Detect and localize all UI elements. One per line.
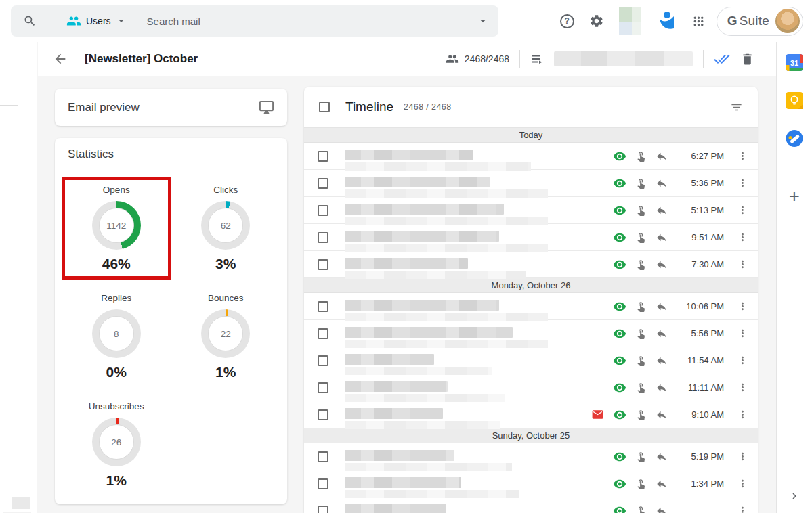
people-icon [66, 14, 81, 28]
add-addon-button[interactable]: + [789, 188, 800, 204]
row-menu-icon[interactable] [737, 259, 748, 270]
row-menu-icon[interactable] [737, 328, 748, 339]
stat-donut-chart: 1142 [92, 201, 141, 250]
redacted-recipient [345, 477, 519, 498]
row-checkbox[interactable] [318, 301, 328, 312]
open-tracking-icon [613, 258, 626, 271]
trash-icon[interactable] [740, 52, 754, 66]
search-scope-users[interactable]: Users [66, 14, 127, 28]
click-tracking-icon [635, 451, 647, 462]
row-menu-icon[interactable] [737, 204, 748, 216]
bounce-envelope-icon [591, 408, 604, 421]
stat-replies[interactable]: Replies80% [62, 285, 171, 388]
redacted-recipient [345, 258, 526, 279]
calendar-day-label: 31 [790, 59, 798, 67]
row-checkbox[interactable] [318, 205, 328, 216]
row-checkbox[interactable] [318, 382, 328, 393]
redacted-recipient [345, 327, 548, 348]
gmail-topbar: Users Search mail ? GSuite [0, 0, 812, 42]
stat-unsubscribes[interactable]: Unsubscribes261% [62, 393, 171, 496]
row-checkbox[interactable] [318, 506, 328, 513]
row-checkbox[interactable] [318, 151, 328, 162]
row-menu-icon[interactable] [737, 451, 748, 462]
row-menu-icon[interactable] [737, 505, 748, 513]
collapsed-left-nav [0, 42, 37, 513]
timeline-card: Timeline 2468 / 2468 Today6:27 PM5:36 PM… [304, 87, 758, 513]
apps-grid-icon[interactable] [691, 14, 706, 28]
row-time: 9:51 AM [682, 232, 724, 242]
row-checkbox[interactable] [318, 328, 328, 339]
stat-value: 1142 [106, 221, 126, 231]
people-icon [446, 52, 459, 66]
row-menu-icon[interactable] [737, 300, 748, 312]
open-tracking-icon [613, 231, 626, 244]
calendar-icon: 31 [786, 54, 803, 71]
reply-icon [656, 259, 668, 271]
stat-opens[interactable]: Opens114246% [62, 177, 171, 280]
help-icon[interactable]: ? [560, 14, 574, 28]
timeline-row[interactable]: 5:56 PM [304, 320, 758, 347]
stat-label: Replies [65, 293, 168, 303]
click-tracking-icon [635, 259, 647, 270]
row-checkbox[interactable] [318, 232, 328, 243]
row-menu-icon[interactable] [737, 478, 748, 489]
row-menu-icon[interactable] [737, 150, 748, 162]
row-menu-icon[interactable] [737, 177, 748, 189]
timeline-row[interactable]: 7:30 AM [304, 251, 758, 278]
row-menu-icon[interactable] [737, 382, 748, 393]
stat-percent: 1% [175, 364, 278, 380]
search-bar[interactable]: Users Search mail [11, 5, 498, 37]
reply-icon [656, 478, 668, 490]
search-options-chevron-icon[interactable] [477, 15, 489, 27]
timeline-row[interactable] [304, 497, 758, 513]
keep-app-button[interactable] [786, 92, 803, 109]
stat-bounces[interactable]: Bounces221% [171, 285, 281, 388]
filter-button[interactable] [730, 101, 743, 114]
row-checkbox[interactable] [318, 451, 328, 462]
done-all-icon[interactable] [714, 51, 730, 67]
row-checkbox[interactable] [318, 478, 328, 489]
timeline-row[interactable]: 1:34 PM [304, 470, 758, 497]
timeline-row[interactable]: 5:36 PM [304, 170, 758, 197]
row-menu-icon[interactable] [737, 409, 748, 420]
timeline-row[interactable]: 5:19 PM [304, 443, 758, 470]
timeline-title: Timeline [345, 99, 393, 114]
statistics-title: Statistics [68, 148, 114, 161]
stat-value: 8 [114, 329, 119, 339]
list-arrow-icon[interactable] [530, 52, 544, 66]
gsuite-account-pill[interactable]: GSuite [717, 7, 803, 36]
click-tracking-icon [635, 300, 647, 312]
calendar-app-button[interactable]: 31 [786, 54, 803, 71]
preview-button[interactable] [259, 99, 274, 115]
search-icon[interactable] [23, 14, 37, 28]
app-window: Users Search mail ? GSuite [0, 0, 812, 513]
timeline-row[interactable]: 10:06 PM [304, 293, 758, 320]
open-tracking-icon [613, 408, 626, 422]
stat-clicks[interactable]: Clicks623% [171, 177, 281, 280]
row-checkbox[interactable] [318, 178, 328, 189]
row-checkbox[interactable] [318, 355, 328, 366]
row-checkbox[interactable] [318, 259, 328, 270]
timeline-header: Timeline 2468 / 2468 [304, 87, 758, 128]
timeline-row[interactable]: 6:27 PM [304, 143, 758, 170]
timeline-row[interactable]: 11:11 AM [304, 374, 758, 401]
timeline-row[interactable]: 5:13 PM [304, 197, 758, 224]
collapse-panel-chevron-icon[interactable] [788, 490, 800, 505]
timeline-row[interactable]: 9:51 AM [304, 224, 758, 251]
redacted-extension-icon[interactable] [619, 7, 641, 35]
row-menu-icon[interactable] [737, 355, 748, 366]
row-menu-icon[interactable] [737, 231, 748, 243]
redacted-recipient [345, 177, 548, 198]
email-preview-card[interactable]: Email preview [55, 89, 287, 126]
row-checkbox[interactable] [318, 409, 328, 420]
timeline-row[interactable]: 9:10 AM [304, 401, 758, 428]
timeline-date-header: Monday, October 26 [304, 278, 758, 293]
timeline-row[interactable]: 11:54 AM [304, 347, 758, 374]
search-input[interactable]: Search mail [147, 16, 200, 27]
tasks-app-button[interactable] [786, 130, 803, 147]
gear-icon[interactable] [589, 14, 604, 28]
back-button[interactable] [53, 51, 68, 66]
select-all-checkbox[interactable] [319, 102, 330, 112]
avatar[interactable] [775, 9, 800, 33]
extension-person-logo-icon[interactable] [656, 10, 677, 32]
